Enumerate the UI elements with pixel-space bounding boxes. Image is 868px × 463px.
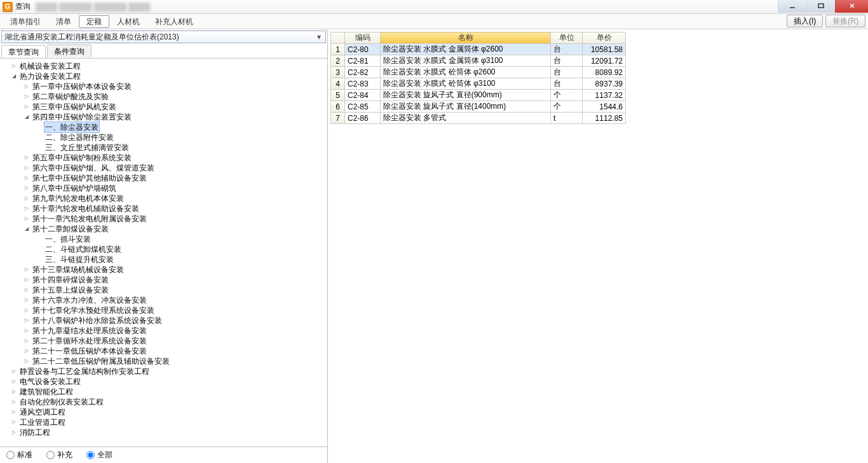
expand-icon[interactable]: [23, 205, 30, 212]
cell-unit[interactable]: 台: [551, 44, 583, 55]
table-row[interactable]: 1C2-80除尘器安装 水膜式 金属筒体 φ2600台10581.58: [331, 44, 626, 55]
tree-node[interactable]: 第二十一章低压锅炉本体设备安装: [1, 346, 326, 356]
expand-icon[interactable]: [23, 317, 30, 324]
cell-name[interactable]: 除尘器安装 旋风子式 直径(900mm): [381, 90, 551, 101]
insert-button[interactable]: 插入(I): [787, 15, 823, 27]
cell-price[interactable]: 12091.72: [583, 55, 626, 67]
expand-icon[interactable]: [23, 93, 30, 100]
cell-price[interactable]: 8937.39: [583, 78, 626, 90]
table-row[interactable]: 2C2-81除尘器安装 水膜式 金属筒体 φ3100台12091.72: [331, 55, 626, 67]
cell-code[interactable]: C2-80: [345, 44, 381, 55]
cell-unit[interactable]: 个: [551, 101, 583, 113]
menu-item-3[interactable]: 人材机: [109, 15, 147, 28]
tree-node[interactable]: 第一章中压锅炉本体设备安装: [1, 81, 326, 92]
cell-name[interactable]: 除尘器安装 水膜式 金属筒体 φ2600: [381, 44, 551, 55]
expand-icon[interactable]: [23, 165, 30, 172]
tree-node[interactable]: 建筑智能化工程: [1, 387, 326, 397]
tree-node[interactable]: 第十九章凝结水处理系统设备安装: [1, 326, 326, 336]
quota-grid[interactable]: 编码 名称 单位 单价 1C2-80除尘器安装 水膜式 金属筒体 φ2600台1…: [330, 32, 626, 124]
tree-node[interactable]: 通风空调工程: [1, 407, 326, 417]
cell-price[interactable]: 8089.92: [583, 67, 626, 78]
cell-price[interactable]: 10581.58: [583, 44, 626, 55]
expand-icon[interactable]: [23, 104, 30, 111]
catalog-combo[interactable]: 湖北省通用安装工程消耗量定额及单位估价表(2013) ▾: [1, 31, 326, 43]
expand-icon[interactable]: [23, 287, 30, 294]
expand-icon[interactable]: [23, 338, 30, 345]
expand-icon[interactable]: [23, 358, 30, 365]
expand-icon[interactable]: [10, 429, 17, 436]
expand-icon[interactable]: [10, 63, 17, 70]
tree-node[interactable]: 机械设备安装工程: [1, 61, 326, 71]
table-row[interactable]: 5C2-84除尘器安装 旋风子式 直径(900mm)个1137.32: [331, 90, 626, 101]
expand-icon[interactable]: [10, 409, 17, 416]
cell-unit[interactable]: t: [551, 113, 583, 124]
expand-icon[interactable]: [10, 368, 17, 375]
tree-node[interactable]: 第五章中压锅炉制粉系统安装: [1, 153, 326, 163]
tree-node[interactable]: 第八章中压锅炉炉墙砌筑: [1, 183, 326, 193]
tree-node[interactable]: 第二十二章低压锅炉附属及辅助设备安装: [1, 356, 326, 366]
collapse-icon[interactable]: [10, 73, 17, 80]
col-header-name[interactable]: 名称: [381, 32, 551, 44]
tree-node[interactable]: 第十六章水力冲渣、冲灰设备安装: [1, 295, 326, 305]
expand-icon[interactable]: [23, 155, 30, 162]
tree-node[interactable]: 三、文丘里式捕滴管安装: [1, 142, 326, 153]
table-row[interactable]: 6C2-85除尘器安装 旋风子式 直径(1400mm)个1544.6: [331, 101, 626, 113]
radio-supplement[interactable]: 补充: [46, 450, 72, 460]
tree-node[interactable]: 二、斗链式卸煤机安装: [1, 244, 326, 254]
expand-icon[interactable]: [23, 195, 30, 202]
menu-item-2[interactable]: 定额: [79, 15, 109, 28]
table-row[interactable]: 7C2-86除尘器安装 多管式t1112.85: [331, 113, 626, 124]
window-minimize-button[interactable]: [778, 0, 806, 13]
cell-unit[interactable]: 台: [551, 55, 583, 67]
collapse-icon[interactable]: [23, 226, 30, 233]
tree-node[interactable]: 消防工程: [1, 427, 326, 438]
window-close-button[interactable]: [835, 0, 868, 13]
tree-node[interactable]: 第十八章锅炉补给水除盐系统设备安装: [1, 315, 326, 326]
table-row[interactable]: 3C2-82除尘器安装 水膜式 砼筒体 φ2600台8089.92: [331, 67, 626, 78]
tree-node[interactable]: 电气设备安装工程: [1, 377, 326, 387]
col-header-code[interactable]: 编码: [345, 32, 381, 44]
cell-price[interactable]: 1137.32: [583, 90, 626, 101]
expand-icon[interactable]: [23, 266, 30, 273]
tree-node[interactable]: 第十四章碎煤设备安装: [1, 275, 326, 285]
radio-standard[interactable]: 标准: [6, 450, 32, 460]
expand-icon[interactable]: [10, 378, 17, 385]
expand-icon[interactable]: [23, 348, 30, 355]
tree-node[interactable]: 第十五章上煤设备安装: [1, 285, 326, 295]
tree-node[interactable]: 第二章锅炉酸洗及实验: [1, 92, 326, 102]
expand-icon[interactable]: [23, 277, 30, 284]
cell-price[interactable]: 1112.85: [583, 113, 626, 124]
cell-price[interactable]: 1544.6: [583, 101, 626, 113]
tree-node[interactable]: 第十一章汽轮发电机附属设备安装: [1, 214, 326, 224]
expand-icon[interactable]: [23, 175, 30, 182]
cell-name[interactable]: 除尘器安装 水膜式 砼筒体 φ2600: [381, 67, 551, 78]
tree-node[interactable]: 第十二章卸煤设备安装: [1, 224, 326, 234]
cell-code[interactable]: C2-86: [345, 113, 381, 124]
tree-node[interactable]: 自动化控制仪表安装工程: [1, 397, 326, 407]
tree-node[interactable]: 二、除尘器附件安装: [1, 132, 326, 142]
expand-icon[interactable]: [23, 307, 30, 314]
tree-node[interactable]: 第九章汽轮发电机本体安装: [1, 193, 326, 204]
tree-node[interactable]: 第十三章煤场机械设备安装: [1, 265, 326, 275]
cell-unit[interactable]: 台: [551, 67, 583, 78]
cell-code[interactable]: C2-83: [345, 78, 381, 90]
tree-node[interactable]: 静置设备与工艺金属结构制作安装工程: [1, 366, 326, 377]
tree-node[interactable]: 工业管道工程: [1, 417, 326, 427]
tab-1[interactable]: 条件查询: [47, 45, 92, 57]
expand-icon[interactable]: [10, 419, 17, 426]
tree-node[interactable]: 第三章中压锅炉风机安装: [1, 102, 326, 112]
expand-icon[interactable]: [23, 328, 30, 335]
cell-name[interactable]: 除尘器安装 水膜式 砼筒体 φ3100: [381, 78, 551, 90]
tree-node[interactable]: 一、除尘器安装: [1, 122, 326, 132]
tree-node[interactable]: 一、抓斗安装: [1, 234, 326, 244]
tree-node[interactable]: 第七章中压锅炉其他辅助设备安装: [1, 173, 326, 183]
expand-icon[interactable]: [23, 83, 30, 90]
table-row[interactable]: 4C2-83除尘器安装 水膜式 砼筒体 φ3100台8937.39: [331, 78, 626, 90]
menu-item-1[interactable]: 清单: [48, 15, 79, 28]
tree-node[interactable]: 第二十章循环水处理系统设备安装: [1, 336, 326, 346]
menu-item-4[interactable]: 补充人材机: [147, 15, 201, 28]
cell-unit[interactable]: 台: [551, 78, 583, 90]
tab-0[interactable]: 章节查询: [1, 45, 46, 58]
tree-node[interactable]: 第十章汽轮发电机辅助设备安装: [1, 204, 326, 214]
expand-icon[interactable]: [23, 185, 30, 192]
